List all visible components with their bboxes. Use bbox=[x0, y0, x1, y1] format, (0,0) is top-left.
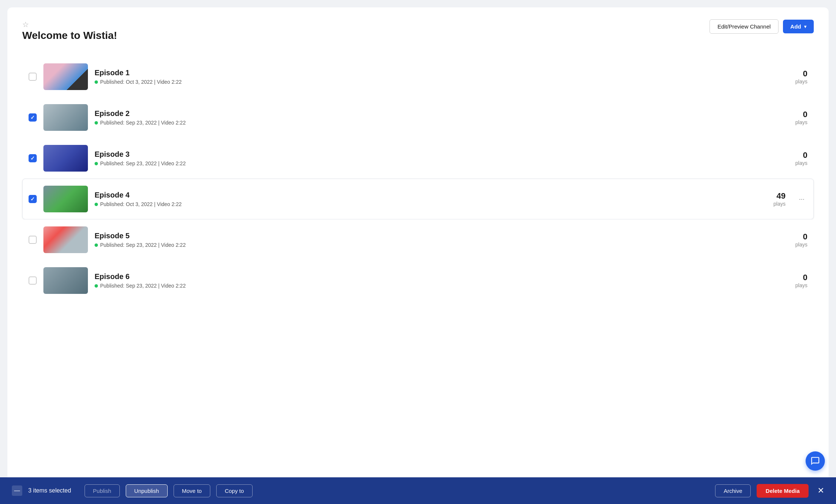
published-dot-4 bbox=[95, 203, 98, 206]
add-label: Add bbox=[790, 23, 801, 30]
episode-plays-2: 0 plays bbox=[778, 110, 807, 125]
page-title: Welcome to Wistia! bbox=[22, 30, 117, 42]
episode-checkbox-3[interactable] bbox=[29, 154, 37, 162]
episode-info-2: Episode 2 Published: Sep 23, 2022 | Vide… bbox=[95, 109, 771, 126]
edit-preview-button[interactable]: Edit/Preview Channel bbox=[710, 19, 778, 34]
episode-title-2: Episode 2 bbox=[95, 109, 771, 118]
episode-info-6: Episode 6 Published: Sep 23, 2022 | Vide… bbox=[95, 272, 771, 289]
episode-title-1: Episode 1 bbox=[95, 69, 771, 77]
episode-status-1: Published: Oct 3, 2022 | Video 2:22 bbox=[100, 79, 182, 85]
published-dot-1 bbox=[95, 80, 98, 84]
episode-checkbox-1[interactable] bbox=[29, 73, 37, 81]
plays-count-3: 0 bbox=[778, 150, 807, 160]
episode-checkbox-6[interactable] bbox=[29, 276, 37, 285]
episode-item: Episode 6 Published: Sep 23, 2022 | Vide… bbox=[22, 260, 814, 301]
published-dot-2 bbox=[95, 121, 98, 125]
header: ☆ Welcome to Wistia! Edit/Preview Channe… bbox=[22, 19, 814, 42]
move-to-button[interactable]: Move to bbox=[174, 484, 210, 497]
episode-thumbnail-6 bbox=[43, 267, 88, 294]
episode-checkbox-2[interactable] bbox=[29, 113, 37, 122]
episode-plays-1: 0 plays bbox=[778, 69, 807, 84]
episode-title-4: Episode 4 bbox=[95, 191, 749, 199]
episode-plays-5: 0 plays bbox=[778, 232, 807, 248]
publish-button[interactable]: Publish bbox=[85, 484, 120, 497]
episode-meta-4: Published: Oct 3, 2022 | Video 2:22 bbox=[95, 201, 749, 207]
episode-status-3: Published: Sep 23, 2022 | Video 2:22 bbox=[100, 160, 186, 166]
plays-count-4: 49 bbox=[756, 191, 786, 201]
chat-icon bbox=[810, 456, 820, 466]
episode-thumbnail-5 bbox=[43, 226, 88, 253]
episode-meta-5: Published: Sep 23, 2022 | Video 2:22 bbox=[95, 242, 771, 248]
plays-label-6: plays bbox=[778, 282, 807, 288]
selection-indicator: — bbox=[12, 485, 22, 496]
published-dot-5 bbox=[95, 243, 98, 247]
copy-to-button[interactable]: Copy to bbox=[216, 484, 253, 497]
episode-checkbox-5[interactable] bbox=[29, 236, 37, 244]
episode-thumbnail-2 bbox=[43, 104, 88, 131]
plays-label-3: plays bbox=[778, 160, 807, 166]
plays-count-2: 0 bbox=[778, 110, 807, 119]
episode-item: Episode 2 Published: Sep 23, 2022 | Vide… bbox=[22, 97, 814, 138]
plays-label-5: plays bbox=[778, 242, 807, 248]
episode-thumbnail-3 bbox=[43, 145, 88, 172]
plays-label-4: plays bbox=[756, 201, 786, 207]
episode-plays-3: 0 plays bbox=[778, 150, 807, 166]
plays-count-6: 0 bbox=[778, 273, 807, 282]
favorite-icon[interactable]: ☆ bbox=[22, 20, 117, 29]
more-options-button-4[interactable]: ··· bbox=[796, 194, 807, 205]
episode-info-5: Episode 5 Published: Sep 23, 2022 | Vide… bbox=[95, 232, 771, 248]
published-dot-6 bbox=[95, 284, 98, 288]
episode-status-4: Published: Oct 3, 2022 | Video 2:22 bbox=[100, 201, 182, 207]
main-container: ☆ Welcome to Wistia! Edit/Preview Channe… bbox=[7, 7, 829, 497]
plays-label-2: plays bbox=[778, 119, 807, 125]
selected-count: 3 items selected bbox=[28, 487, 71, 494]
chevron-down-icon: ▾ bbox=[804, 24, 806, 29]
episode-item: Episode 4 Published: Oct 3, 2022 | Video… bbox=[22, 179, 814, 219]
header-star-title: ☆ Welcome to Wistia! bbox=[22, 19, 117, 42]
unpublish-button[interactable]: Unpublish bbox=[126, 484, 168, 497]
episode-info-4: Episode 4 Published: Oct 3, 2022 | Video… bbox=[95, 191, 749, 207]
episode-checkbox-4[interactable] bbox=[29, 195, 37, 203]
header-right: Edit/Preview Channel Add ▾ bbox=[710, 19, 814, 34]
delete-media-button[interactable]: Delete Media bbox=[757, 484, 809, 498]
episode-status-5: Published: Sep 23, 2022 | Video 2:22 bbox=[100, 242, 186, 248]
episode-status-2: Published: Sep 23, 2022 | Video 2:22 bbox=[100, 120, 186, 126]
episode-title-3: Episode 3 bbox=[95, 150, 771, 159]
plays-count-5: 0 bbox=[778, 232, 807, 242]
episode-item: Episode 5 Published: Sep 23, 2022 | Vide… bbox=[22, 219, 814, 260]
add-button[interactable]: Add ▾ bbox=[783, 20, 814, 33]
published-dot-3 bbox=[95, 162, 98, 165]
episode-status-6: Published: Sep 23, 2022 | Video 2:22 bbox=[100, 283, 186, 289]
close-action-bar-button[interactable]: ✕ bbox=[817, 487, 824, 495]
episode-info-1: Episode 1 Published: Oct 3, 2022 | Video… bbox=[95, 69, 771, 85]
minus-icon: — bbox=[14, 487, 20, 494]
episode-title-6: Episode 6 bbox=[95, 272, 771, 281]
episode-plays-6: 0 plays bbox=[778, 273, 807, 288]
episode-thumbnail-4 bbox=[43, 186, 88, 212]
episode-meta-3: Published: Sep 23, 2022 | Video 2:22 bbox=[95, 160, 771, 166]
episode-list: Episode 1 Published: Oct 3, 2022 | Video… bbox=[22, 56, 814, 301]
plays-label-1: plays bbox=[778, 79, 807, 84]
episode-item: Episode 1 Published: Oct 3, 2022 | Video… bbox=[22, 56, 814, 97]
episode-meta-6: Published: Sep 23, 2022 | Video 2:22 bbox=[95, 283, 771, 289]
episode-plays-4: 49 plays bbox=[756, 191, 786, 207]
archive-button[interactable]: Archive bbox=[715, 484, 751, 497]
episode-title-5: Episode 5 bbox=[95, 232, 771, 240]
action-bar: — 3 items selected Publish Unpublish Mov… bbox=[0, 477, 836, 504]
episode-meta-1: Published: Oct 3, 2022 | Video 2:22 bbox=[95, 79, 771, 85]
episode-meta-2: Published: Sep 23, 2022 | Video 2:22 bbox=[95, 120, 771, 126]
plays-count-1: 0 bbox=[778, 69, 807, 79]
episode-item: Episode 3 Published: Sep 23, 2022 | Vide… bbox=[22, 138, 814, 179]
episode-info-3: Episode 3 Published: Sep 23, 2022 | Vide… bbox=[95, 150, 771, 166]
episode-thumbnail-1 bbox=[43, 63, 88, 90]
header-left: ☆ Welcome to Wistia! bbox=[22, 19, 117, 42]
chat-bubble[interactable] bbox=[806, 451, 825, 471]
